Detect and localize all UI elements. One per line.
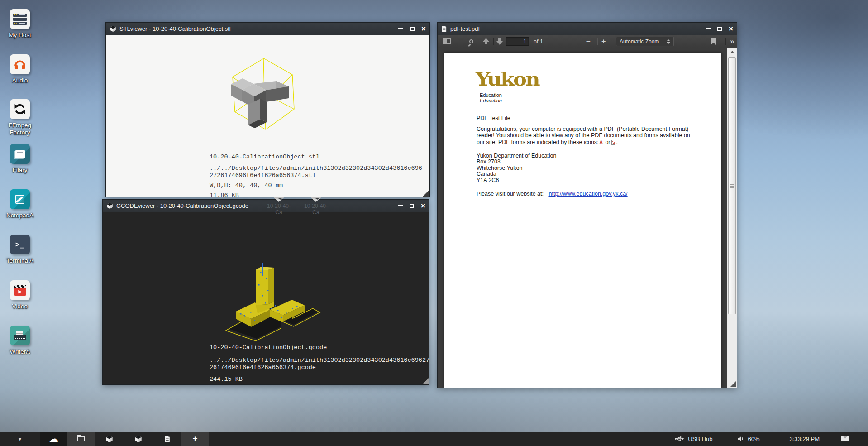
pdf-document-icon [164,435,171,443]
desktop-icon-audio[interactable]: Audio [4,54,36,84]
stl-titlebar[interactable]: STLviewer - 10-20-40-CalibrationObject.s… [106,23,429,35]
book-icon [10,144,30,164]
cloud-icon: ☁ [49,433,58,444]
website-link[interactable]: http://www.education.gov.yk.ca/ [548,191,627,197]
usb-label: USB Hub [688,436,712,442]
video-player-icon: ▶ [10,280,30,300]
close-icon[interactable]: × [421,203,425,209]
pdf-website-line: Please visit our website at: http://www.… [477,191,628,197]
maximize-icon[interactable] [410,204,414,208]
desktop-icon-label: FFmpeg Factory [4,122,36,136]
maximize-icon[interactable] [410,27,415,31]
resize-grip[interactable] [422,190,429,197]
headphones-icon [10,54,30,74]
toolbar-overflow-icon[interactable]: » [730,35,734,48]
pdf-address-block: Yukon Department of Education Box 2703 W… [477,153,557,183]
minimize-icon[interactable] [706,28,711,29]
desktop-icon-label: Video [4,303,36,310]
next-page-icon[interactable] [496,35,503,48]
taskbar-pdfviewer-button[interactable] [153,432,181,446]
desktop-icon-terminala[interactable]: >_ TerminalA [4,235,36,264]
desktop-icon-label: My Host [4,32,36,39]
pdf-titlebar[interactable]: pdf-test.pdf × [438,23,737,35]
resize-grip[interactable] [422,378,429,384]
scroll-up-icon[interactable] [727,48,737,55]
envelope-icon [841,436,849,441]
zoom-level-select[interactable]: Automatic Zoom [616,37,674,46]
taskbar-stlviewer-button[interactable] [95,432,124,446]
pdf-viewer-window: pdf-test.pdf × of 1 − + Automatic Zoom [437,22,737,388]
minimize-icon[interactable] [398,205,403,206]
volume-status[interactable]: 60% [738,436,759,442]
previous-page-icon[interactable] [483,35,489,48]
page-number-input-wrap [506,35,529,48]
cube-icon [110,25,116,32]
speaker-icon [738,436,744,442]
pdf-toolbar: of 1 − + Automatic Zoom » [438,35,737,48]
desktop-icon-video[interactable]: ▶ Video [4,280,36,310]
clock[interactable]: 3:33:29 PM [790,436,820,442]
zoom-in-button[interactable]: + [601,35,606,48]
desktop-wallpaper: My Host Audio FFmpeg Factory Filary Note… [0,0,868,446]
yukon-logo: Yukon [476,70,539,88]
gcode-filename: 10-20-40-CalibrationObject.gcode [210,344,429,351]
pdf-form-icon [611,140,615,145]
cube-icon [105,435,113,443]
zoom-out-button[interactable]: − [586,35,591,48]
stl-3d-viewport[interactable]: 10-20-40-CalibrationObject.stl ../../Des… [106,35,429,197]
desktop-icon-label: NotepadA [4,212,36,219]
pdf-page: Yukon Education Éducation PDF Test File … [444,53,721,388]
notepad-pencil-icon [10,189,30,209]
stl-file-info: 10-20-40-CalibrationObject.stl ../../Des… [210,153,422,197]
pdf-heading: PDF Test File [477,115,510,121]
resize-grip[interactable] [727,380,737,388]
stl-dimensions: W,D,H: 40, 40, 40 mm [210,182,422,189]
close-icon[interactable]: × [729,26,733,32]
stl-render [220,56,310,139]
sidebar-toggle-icon[interactable] [443,35,451,48]
desktop-icon-my-host[interactable]: My Host [4,9,36,39]
minimize-icon[interactable] [398,28,403,29]
window-title: GCODEviewer - 10-20-40-CalibrationObject… [116,202,394,209]
page-count-label: of 1 [534,35,543,48]
gcode-filepath: ../../Desktop/files/admin/inith31302d323… [210,357,429,371]
taskbar: ▾ ☁ + USB Hub 60% 3:33:29 PM [0,432,868,446]
volume-label: 60% [748,436,759,442]
stl-filename: 10-20-40-CalibrationObject.stl [210,153,422,161]
pdf-content-area: Yukon Education Éducation PDF Test File … [438,48,737,388]
pdf-scrollbar[interactable] [727,48,737,388]
select-spinner-icon [667,39,670,44]
stl-viewer-window: STLviewer - 10-20-40-CalibrationObject.s… [105,22,430,197]
mail-status[interactable] [841,436,849,441]
cube-icon [134,435,142,443]
taskbar-files-button[interactable] [67,432,95,446]
stl-filesize: 11.86 KB [210,192,422,197]
usb-icon [674,436,684,441]
stl-filepath: ../../Desktop/files/admin/inith31302d323… [210,165,422,179]
scrollbar-thumb[interactable] [728,57,736,314]
gcode-3d-viewport[interactable]: 10-20-40-CalibrationObject.gcode ../../D… [103,212,429,384]
close-icon[interactable]: × [421,26,426,32]
search-icon[interactable] [469,35,473,48]
usb-status[interactable]: USB Hub [674,436,712,442]
desktop-icon-notepada[interactable]: NotepadA [4,189,36,219]
taskbar-cloud-button[interactable]: ☁ [40,432,67,446]
window-title: pdf-test.pdf [450,25,702,32]
taskbar-collapse-button[interactable]: ▾ [0,432,40,446]
window-title: STLviewer - 10-20-40-CalibrationObject.s… [119,25,395,32]
gcode-file-info: 10-20-40-CalibrationObject.gcode ../../D… [210,344,429,383]
taskbar-new-button[interactable]: + [181,432,209,446]
maximize-icon[interactable] [717,27,722,31]
desktop-icon-ffmpeg-factory[interactable]: FFmpeg Factory [4,99,36,136]
terminal-icon: >_ [10,235,30,254]
pdf-paragraph: Congratulations, your computer is equipp… [477,126,690,145]
folder-icon [77,436,85,441]
taskbar-gcodeviewer-button[interactable] [124,432,153,446]
desktop-icon-filary[interactable]: Filary [4,144,36,174]
page-number-input[interactable] [506,37,529,46]
desktop-icon-writera[interactable]: WriterA [4,326,36,355]
plus-icon: + [192,434,197,444]
bookmark-icon[interactable] [711,35,716,48]
chevron-down-icon: ▾ [18,435,21,442]
typewriter-icon [10,326,30,345]
